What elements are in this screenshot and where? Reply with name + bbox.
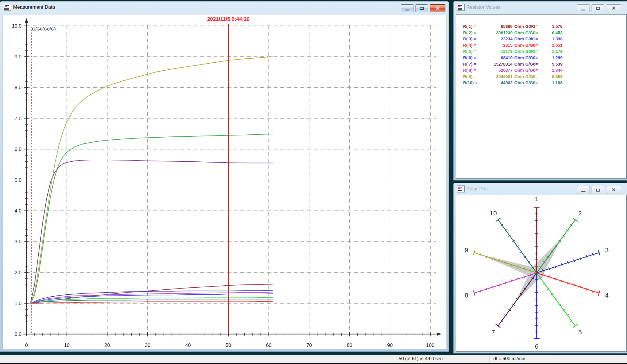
y-tick-label: 0.0 <box>15 331 22 337</box>
measurement-chart: 01020304050607080901000.01.02.03.04.05.0… <box>3 15 447 349</box>
y-tick-label: 6.0 <box>15 147 22 152</box>
resistor-value-list: R( 1) =65366OhmG0/G=1.576R( 2) =3081230O… <box>456 15 626 86</box>
polar-window: Polar Plot ✕ 12345678910 <box>453 183 627 354</box>
polar-axis-cap <box>496 218 500 221</box>
x-tick-label: 20 <box>105 343 110 348</box>
polar-client: 12345678910 <box>456 195 627 352</box>
close-button[interactable]: ✕ <box>606 186 621 194</box>
polar-tick <box>580 286 581 289</box>
polar-tick <box>555 265 556 268</box>
polar-title: Polar Plot <box>466 186 488 192</box>
polar-axis-label: 7 <box>492 329 495 336</box>
polar-tick <box>549 267 549 270</box>
resistor-row: R( 9) =3044901OhmG/G0=8.858 <box>463 74 626 80</box>
polar-tick <box>592 290 593 293</box>
polar-tick <box>499 284 499 286</box>
app-icon <box>457 4 465 11</box>
x-tick-label: 0 <box>25 343 28 348</box>
x-tick-label: 90 <box>387 343 393 348</box>
resistor-row: R( 4) =2615OhmG/G0=1.051 <box>463 42 626 49</box>
polar-axis-cap <box>496 324 500 328</box>
measurement-chart-area[interactable]: 01020304050607080901000.01.02.03.04.05.0… <box>3 15 447 349</box>
x-tick-label: 100 <box>426 343 434 348</box>
polar-tick <box>574 259 574 262</box>
polar-tick <box>486 255 487 258</box>
maximize-button[interactable] <box>415 4 428 12</box>
polar-tick <box>592 253 593 256</box>
y-axis-arrow <box>25 18 28 23</box>
polar-axis-label: 2 <box>578 210 582 217</box>
status-divider <box>558 356 558 362</box>
minimize-button[interactable] <box>577 186 590 194</box>
polar-tick <box>555 277 556 280</box>
close-button[interactable]: ✕ <box>606 4 621 12</box>
polar-tick <box>586 255 587 258</box>
polar-tick <box>561 280 562 282</box>
polar-tick <box>567 282 568 284</box>
minimize-button[interactable] <box>401 4 413 12</box>
polar-axis-label: 4 <box>605 292 608 299</box>
bottom-edge <box>0 363 627 364</box>
polar-tick <box>517 277 518 280</box>
polar-axis-cap <box>573 324 578 328</box>
resistor-title: Resistor Values <box>466 4 501 10</box>
resistor-row: R( 6) =68410OhmG/G0=1.299 <box>463 55 626 61</box>
polar-axis-label: 8 <box>465 292 468 299</box>
resistor-row: R( 2) =3081230OhmG/G0=6.453 <box>463 30 626 36</box>
y-tick-label: 10.0 <box>12 23 22 29</box>
x-tick-label: 80 <box>347 343 352 348</box>
x-tick-label: 60 <box>266 343 272 348</box>
measurement-titlebar[interactable]: Measurement Data <box>0 1 449 13</box>
polar-tick <box>586 288 587 291</box>
status-flow: df = 600 ml/min <box>493 356 525 361</box>
timestamp-label: 2021/11/5 9:44:10 <box>207 16 250 22</box>
app-icon <box>457 185 465 192</box>
x-tick-label: 40 <box>185 343 191 348</box>
app-icon <box>4 4 11 11</box>
resistor-row: R( 3) =23234OhmG0/G=1.398 <box>463 36 626 42</box>
resistor-row: R( 8) =520877OhmG/G0=1.344 <box>463 67 626 74</box>
x-tick-label: 70 <box>307 343 312 348</box>
resistor-row: R( 7) =15278314OhmG/G0=5.539 <box>463 61 626 68</box>
polar-tick <box>580 257 581 260</box>
y-axis-title: G/G0(G0/G) <box>32 26 56 31</box>
polar-tick <box>511 280 512 282</box>
x-axis-arrow <box>437 332 442 336</box>
close-button[interactable]: ✕ <box>430 4 445 12</box>
y-tick-label: 2.0 <box>15 270 22 275</box>
status-divider <box>489 356 490 362</box>
polar-chart: 12345678910 <box>456 195 626 351</box>
polar-axis-label: 5 <box>578 329 582 336</box>
resistor-row: R(10) =44902OhmG/G0=1.108 <box>463 80 626 86</box>
polar-tick <box>561 263 562 266</box>
y-tick-label: 1.0 <box>15 301 22 306</box>
polar-tick <box>574 284 574 286</box>
restore-button[interactable] <box>592 186 604 194</box>
y-tick-label: 9.0 <box>15 54 22 60</box>
polar-data-polygon <box>481 239 562 302</box>
minimize-button[interactable] <box>577 4 590 12</box>
resistor-client: R( 1) =65366OhmG0/G=1.576R( 2) =3081230O… <box>456 14 627 179</box>
y-tick-label: 4.0 <box>15 208 22 214</box>
polar-axis-label: 6 <box>535 343 538 350</box>
polar-tick <box>486 288 487 291</box>
polar-tick <box>567 261 568 264</box>
polar-axis-label: 10 <box>490 210 497 217</box>
x-tick-label: 10 <box>64 343 70 348</box>
polar-tick <box>505 282 506 284</box>
measurement-title: Measurement Data <box>13 4 55 10</box>
status-progress: 50 (of 61) at 49.0 sec <box>399 356 443 361</box>
polar-axis-label: 1 <box>535 195 538 203</box>
y-tick-label: 3.0 <box>15 239 22 244</box>
resistor-window: Resistor Values ✕ R( 1) =65366OhmG0/G=1.… <box>453 1 627 181</box>
resistor-row: R( 1) =65366OhmG0/G=1.576 <box>463 24 626 30</box>
resistor-row: R( 5) =18172OhmG0/G=1.179 <box>463 48 626 55</box>
polar-tick <box>480 253 481 256</box>
x-tick-label: 30 <box>145 343 151 348</box>
polar-tick <box>480 290 481 293</box>
status-bar: 50 (of 61) at 49.0 sec df = 600 ml/min <box>0 355 627 363</box>
y-tick-label: 8.0 <box>15 85 22 90</box>
restore-button[interactable] <box>592 4 604 12</box>
polar-axis-cap <box>573 218 578 221</box>
polar-axis-label: 3 <box>605 246 608 254</box>
